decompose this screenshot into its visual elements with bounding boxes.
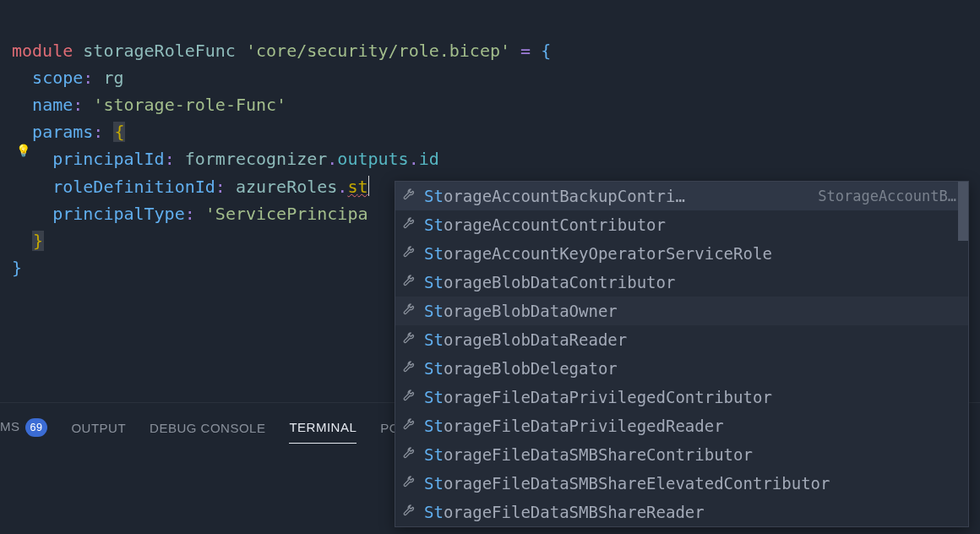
suggest-item-label: StorageFileDataPrivilegedContributor xyxy=(424,383,961,411)
panel-tab-label: DEBUG CONSOLE xyxy=(150,421,265,435)
suggest-item[interactable]: StorageBlobDataReader xyxy=(395,325,968,354)
suggest-item[interactable]: StorageFileDataSMBShareContributor xyxy=(395,440,968,469)
wrench-icon xyxy=(402,210,416,239)
suggest-item-label: StorageBlobDataContributor xyxy=(424,268,961,297)
autocomplete-popup[interactable]: StorageAccountBackupContri…StorageAccoun… xyxy=(395,181,969,527)
panel-tab-ms[interactable]: MS69 xyxy=(0,415,47,445)
suggest-item[interactable]: StorageAccountContributor xyxy=(395,210,968,239)
code-module-path: 'core/security/role.bicep' xyxy=(246,41,510,61)
wrench-icon xyxy=(402,383,416,411)
suggest-item[interactable]: StorageBlobDelegator xyxy=(395,354,968,383)
wrench-icon xyxy=(402,411,416,440)
panel-tab-terminal[interactable]: TERMINAL xyxy=(289,417,357,444)
suggest-item-label: StorageFileDataPrivilegedReader xyxy=(424,411,961,440)
suggest-item[interactable]: StorageBlobDataOwner xyxy=(395,297,968,325)
suggest-item-label: StorageAccountContributor xyxy=(424,210,961,239)
suggest-item-label: StorageBlobDataReader xyxy=(424,325,961,354)
suggest-item-label: StorageFileDataSMBShareContributor xyxy=(424,440,961,469)
wrench-icon xyxy=(402,239,416,268)
suggest-item-label: StorageAccountKeyOperatorServiceRole xyxy=(424,239,961,268)
panel-tab-label: OUTPUT xyxy=(71,421,126,435)
wrench-icon xyxy=(402,354,416,383)
wrench-icon xyxy=(402,325,416,354)
suggest-item-detail: StorageAccountB… xyxy=(818,182,961,210)
suggest-item[interactable]: StorageFileDataPrivilegedContributor xyxy=(395,383,968,411)
suggest-item[interactable]: StorageFileDataSMBShareReader xyxy=(395,498,968,526)
suggest-item-label: StorageBlobDataOwner xyxy=(424,297,961,325)
suggest-item[interactable]: StorageBlobDataContributor xyxy=(395,268,968,297)
suggest-item-label: StorageFileDataSMBShareReader xyxy=(424,498,961,526)
suggest-scrollbar-thumb[interactable] xyxy=(958,182,968,241)
panel-tab-label: MS xyxy=(0,419,20,433)
panel-tab-debug-console[interactable]: DEBUG CONSOLE xyxy=(150,417,265,444)
panel-tab-label: TERMINAL xyxy=(289,420,357,434)
wrench-icon xyxy=(402,297,416,325)
problems-count-badge: 69 xyxy=(25,418,48,437)
suggest-item[interactable]: StorageFileDataPrivilegedReader xyxy=(395,411,968,440)
wrench-icon xyxy=(402,469,416,498)
suggest-scrollbar[interactable] xyxy=(958,182,968,526)
wrench-icon xyxy=(402,268,416,297)
suggest-item[interactable]: StorageFileDataSMBShareElevatedContribut… xyxy=(395,469,968,498)
code-keyword: module xyxy=(12,41,73,61)
wrench-icon xyxy=(402,498,416,526)
text-cursor xyxy=(368,176,369,196)
suggest-item-label: StorageAccountBackupContri… xyxy=(424,182,809,210)
suggest-item[interactable]: StorageAccountBackupContri…StorageAccoun… xyxy=(395,182,968,210)
suggest-item[interactable]: StorageAccountKeyOperatorServiceRole xyxy=(395,239,968,268)
wrench-icon xyxy=(402,440,416,469)
code-module-name: storageRoleFunc xyxy=(83,41,236,61)
panel-tab-output[interactable]: OUTPUT xyxy=(71,417,126,444)
wrench-icon xyxy=(402,182,416,210)
suggest-item-label: StorageFileDataSMBShareElevatedContribut… xyxy=(424,469,961,498)
suggest-item-label: StorageBlobDelegator xyxy=(424,354,961,383)
lightbulb-icon[interactable]: 💡 xyxy=(16,144,30,157)
